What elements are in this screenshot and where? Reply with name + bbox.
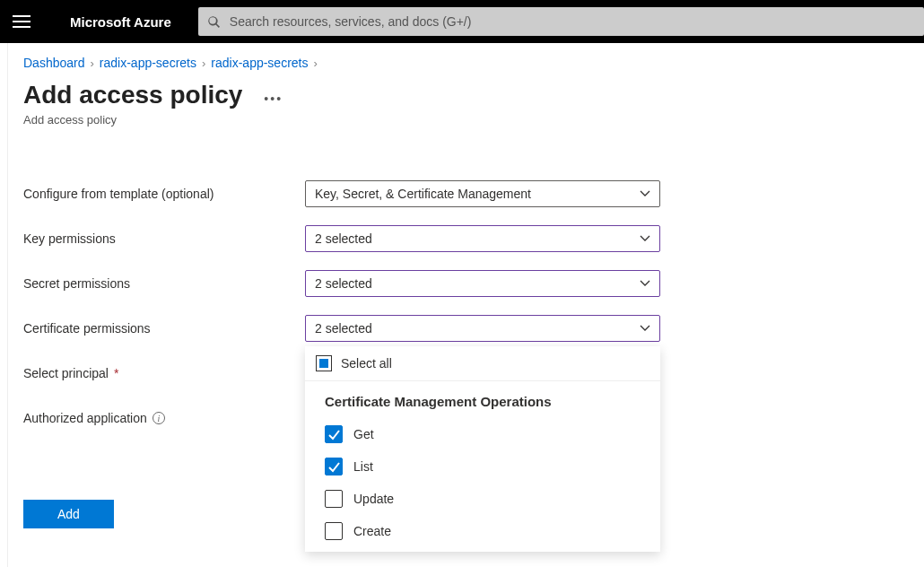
hamburger-menu-button[interactable] [0,0,43,43]
breadcrumb: Dashboard › radix-app-secrets › radix-ap… [0,43,924,70]
global-search[interactable] [198,7,924,36]
secret-permissions-dropdown[interactable]: 2 selected [305,270,660,297]
chevron-down-icon [640,322,650,335]
select-principal-text: Select principal [23,366,109,380]
certificate-permissions-value: 2 selected [315,321,372,336]
option-list[interactable]: List [305,450,660,483]
breadcrumb-item[interactable]: radix-app-secrets [100,56,196,70]
search-icon [207,15,221,29]
check-icon [328,429,340,441]
svg-rect-1 [13,21,31,22]
select-principal-label: Select principal * [23,366,305,380]
key-permissions-value: 2 selected [315,231,372,246]
chevron-right-icon: › [314,57,318,70]
checkbox-checked[interactable] [325,458,343,475]
authorized-application-label: Authorized application i [23,411,305,425]
brand-label[interactable]: Microsoft Azure [43,14,198,30]
checkbox-unchecked[interactable] [325,490,343,508]
secret-permissions-label: Secret permissions [23,276,305,291]
authorized-application-text: Authorized application [23,411,147,425]
option-update[interactable]: Update [305,483,660,515]
checkbox-unchecked[interactable] [325,522,343,540]
checkbox-checked[interactable] [325,425,343,443]
select-all-checkbox-partial[interactable] [316,355,332,371]
breadcrumb-item[interactable]: Dashboard [23,56,85,70]
topbar: Microsoft Azure [0,0,924,43]
svg-rect-2 [13,26,31,28]
secret-permissions-value: 2 selected [315,276,372,291]
more-actions-button[interactable]: ••• [264,84,283,106]
search-input[interactable] [230,14,915,29]
certificate-permissions-label: Certificate permissions [23,321,305,336]
key-permissions-dropdown[interactable]: 2 selected [305,225,660,252]
add-button[interactable]: Add [23,500,114,528]
option-get[interactable]: Get [305,418,660,450]
page-subtitle: Add access policy [0,109,924,126]
chevron-right-icon: › [91,57,94,70]
certificate-permissions-dropdown[interactable]: 2 selected [305,315,660,342]
page-title: Add access policy [23,81,242,109]
template-dropdown[interactable]: Key, Secret, & Certificate Management [305,180,660,207]
options-scroll[interactable]: Certificate Management Operations Get Li… [305,381,660,552]
chevron-down-icon [640,188,650,200]
breadcrumb-item[interactable]: radix-app-secrets [211,56,308,70]
key-permissions-label: Key permissions [23,231,305,246]
chevron-down-icon [640,277,650,290]
select-all-label: Select all [341,356,392,371]
select-all-option[interactable]: Select all [305,346,660,381]
check-icon [328,461,340,473]
option-label: Get [353,427,374,441]
options-group-title: Certificate Management Operations [305,387,660,418]
chevron-right-icon: › [202,57,205,70]
chevron-down-icon [640,232,650,245]
required-indicator: * [114,366,118,380]
template-value: Key, Secret, & Certificate Management [315,187,531,201]
certificate-permissions-panel: Select all Certificate Management Operat… [305,346,660,552]
left-border [7,43,8,567]
option-label: Create [353,524,391,538]
hamburger-icon [13,13,31,31]
option-create[interactable]: Create [305,515,660,547]
option-label: Update [353,492,394,506]
svg-rect-0 [13,15,31,17]
template-label: Configure from template (optional) [23,187,305,201]
option-label: List [353,459,373,474]
info-icon[interactable]: i [153,412,165,424]
